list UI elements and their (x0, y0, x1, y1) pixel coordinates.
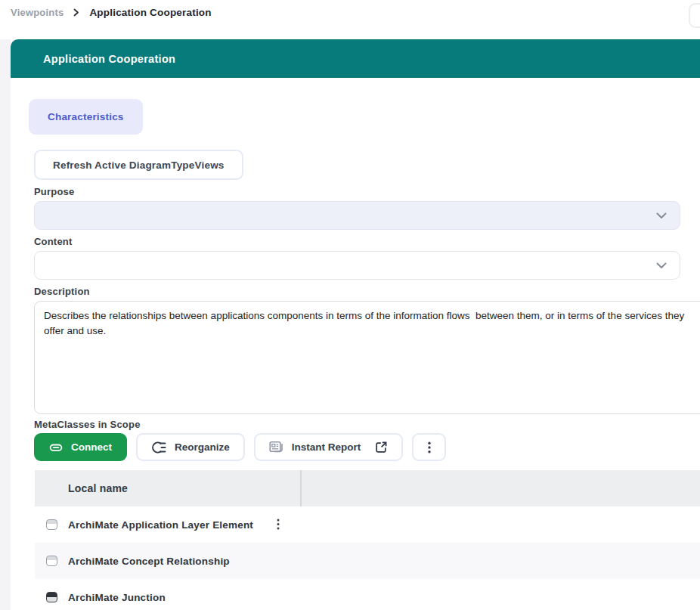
refresh-active-diagramtypeviews-button[interactable]: Refresh Active DiagramTypeViews (34, 150, 243, 180)
metaclass-icon (46, 519, 57, 530)
page-gutter (0, 39, 11, 610)
reorganize-button-label: Reorganize (175, 441, 230, 453)
report-icon (269, 441, 283, 454)
chevron-down-icon (655, 262, 667, 270)
more-options-button[interactable] (412, 433, 446, 461)
metaclasses-toolbar: Connect Reorganize (34, 433, 446, 461)
panel-header: Application Cooperation (11, 39, 700, 78)
tab-characteristics[interactable]: Characteristics (29, 99, 143, 135)
connect-button-label: Connect (71, 441, 112, 453)
table-row[interactable]: ArchiMate Application Layer Element (35, 506, 700, 543)
content-select[interactable] (34, 251, 680, 280)
metaclass-icon (46, 592, 57, 602)
column-header-local-name: Local name (35, 470, 300, 506)
instant-report-button[interactable]: Instant Report (254, 433, 404, 461)
purpose-select[interactable] (34, 201, 680, 230)
panel-title: Application Cooperation (43, 53, 175, 65)
table-row[interactable]: ArchiMate Concept Relationship (35, 543, 700, 579)
instant-report-button-label: Instant Report (292, 441, 361, 453)
content-label: Content (34, 236, 73, 247)
column-header-empty (302, 470, 700, 506)
tree-structure-icon (151, 441, 166, 454)
reorganize-button[interactable]: Reorganize (136, 433, 245, 461)
row-kebab-menu-icon[interactable] (277, 519, 280, 533)
breadcrumb-current: Application Cooperation (89, 7, 211, 18)
metaclass-icon (46, 556, 57, 566)
chevron-right-icon (73, 8, 79, 17)
description-textarea[interactable]: Describes the relationships between appl… (34, 301, 700, 414)
tab-characteristics-label: Characteristics (48, 111, 124, 122)
metaclass-name: ArchiMate Application Layer Element (68, 519, 253, 531)
breadcrumb: Viewpoints Application Cooperation (11, 7, 212, 18)
connect-button[interactable]: Connect (34, 433, 127, 461)
metaclasses-in-scope-label: MetaClasses in Scope (34, 419, 141, 430)
chevron-down-icon (655, 212, 667, 220)
breadcrumb-viewpoints[interactable]: Viewpoints (11, 7, 63, 18)
link-icon (49, 441, 63, 454)
viewpoint-panel: Application Cooperation Characteristics … (11, 39, 700, 610)
purpose-label: Purpose (34, 186, 74, 197)
description-label: Description (34, 286, 90, 297)
external-link-icon (375, 441, 388, 454)
metaclasses-table: Local name ArchiMate Application Layer E… (35, 470, 700, 610)
kebab-menu-icon (428, 441, 431, 454)
table-header: Local name (35, 470, 700, 506)
refresh-button-label: Refresh Active DiagramTypeViews (53, 159, 225, 171)
floating-panel (689, 3, 700, 28)
table-row[interactable]: ArchiMate Junction (35, 579, 700, 610)
metaclass-name: ArchiMate Junction (68, 592, 166, 603)
metaclass-name: ArchiMate Concept Relationship (68, 556, 230, 567)
